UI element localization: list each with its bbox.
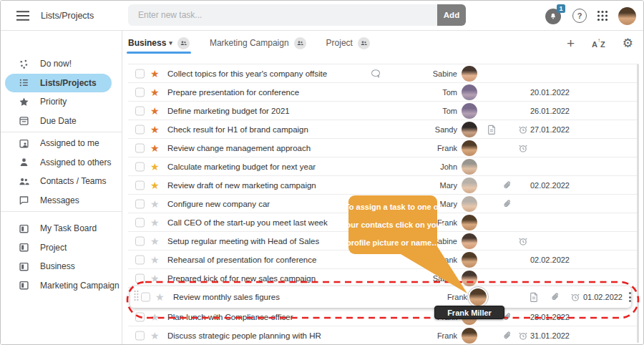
star-icon[interactable]: ★	[150, 87, 160, 97]
task-checkbox[interactable]	[135, 331, 145, 340]
star-icon[interactable]: ★	[150, 199, 160, 209]
new-task-input[interactable]	[128, 4, 437, 26]
add-list-icon[interactable]: +	[567, 37, 575, 50]
assignee-avatar[interactable]	[462, 271, 477, 286]
star-icon[interactable]: ★	[150, 180, 160, 190]
drag-handle-icon[interactable]	[134, 290, 139, 304]
assignee-name[interactable]: Frank	[400, 256, 457, 264]
star-icon[interactable]: ★	[150, 106, 160, 116]
task-checkbox[interactable]	[135, 69, 145, 78]
sidebar-item-assigned-to-others[interactable]: Assigned to others	[1, 153, 122, 172]
task-checkbox[interactable]	[135, 199, 145, 208]
task-title: Check result for H1 of brand campaign	[167, 125, 308, 134]
star-icon[interactable]: ★	[150, 255, 160, 265]
assignee-name[interactable]: Sabine	[400, 69, 457, 78]
sidebar-item-contacts-teams[interactable]: Contacts / Teams	[1, 172, 122, 191]
task-row[interactable]: ★ Prepared kick of for new sales campaig…	[128, 269, 638, 288]
task-row[interactable]: ★ Calculate marketing budget for next ye…	[128, 157, 638, 176]
assignee-avatar[interactable]	[462, 252, 477, 268]
task-checkbox[interactable]	[135, 218, 145, 227]
assignee-name[interactable]: Frank	[400, 331, 457, 340]
assignee-avatar[interactable]	[462, 122, 477, 137]
sidebar-item-lists-projects[interactable]: Lists/Projects	[5, 74, 112, 93]
assignee-avatar[interactable]	[462, 159, 477, 175]
assignee-avatar[interactable]	[462, 328, 477, 344]
assignee-avatar[interactable]	[462, 178, 477, 193]
tab-project[interactable]: Project	[326, 34, 370, 52]
task-checkbox[interactable]	[135, 255, 145, 264]
assignee-name[interactable]: Mary	[400, 181, 457, 190]
assignee-name[interactable]: Frank	[400, 144, 457, 152]
task-row[interactable]: ★ Check result for H1 of brand campaign …	[128, 120, 638, 139]
task-checkbox[interactable]	[135, 273, 145, 283]
sidebar-item-do-now-[interactable]: Do now!	[1, 54, 122, 74]
star-icon[interactable]: ★	[150, 69, 160, 79]
sidebar-item-due-date[interactable]: Due Date	[1, 112, 122, 131]
tab-label: Marketing Campaign	[210, 38, 289, 48]
star-icon[interactable]: ★	[150, 236, 160, 246]
assignee-name[interactable]: John	[400, 162, 457, 171]
profile-name-tooltip: Frank Miller	[434, 306, 504, 319]
task-row[interactable]: ★ Collect topics for this year's company…	[128, 64, 638, 83]
assignee-name[interactable]: Frank	[411, 293, 467, 301]
assignee-avatar[interactable]	[462, 196, 477, 212]
attachment-icon	[502, 331, 513, 341]
task-row[interactable]: ★ Plan lunch with Compliance officer Fra…	[128, 308, 638, 326]
task-checkbox[interactable]	[135, 180, 145, 190]
sidebar-item-business[interactable]: Business	[1, 257, 122, 276]
task-checkbox[interactable]	[135, 87, 145, 97]
tab-label: Business	[128, 38, 166, 48]
sidebar-item-marketing-campaign[interactable]: Marketing Campaign	[1, 276, 122, 296]
profile-avatar[interactable]	[618, 7, 636, 25]
assignee-name[interactable]: Sabine	[400, 274, 457, 283]
menu-icon[interactable]	[16, 11, 29, 24]
sidebar-item-priority[interactable]: Priority	[1, 92, 122, 112]
sidebar-item-project[interactable]: Project	[1, 238, 122, 258]
task-title: Plan lunch with Compliance officer	[167, 313, 293, 321]
settings-gear-icon[interactable]: ⚙	[623, 37, 633, 49]
star-icon[interactable]: ★	[150, 125, 160, 135]
task-row[interactable]: ★ Discuss strategic people planning with…	[128, 326, 638, 345]
assignee-avatar[interactable]	[462, 140, 477, 156]
row-menu-icon[interactable]	[627, 290, 633, 304]
star-icon[interactable]: ★	[150, 143, 160, 153]
assignee-avatar[interactable]	[462, 103, 477, 119]
task-row[interactable]: ★ Review change management approach Fran…	[128, 139, 638, 157]
task-row[interactable]: ★ Define marketing budget for 2021 Tom 2…	[128, 102, 638, 120]
assignee-avatar[interactable]	[469, 288, 487, 306]
assignee-name[interactable]: Sandy	[400, 125, 457, 134]
assignee-avatar[interactable]	[462, 215, 477, 230]
task-title: Prepare presentation for conference	[167, 88, 299, 97]
star-icon[interactable]: ★	[155, 292, 165, 302]
task-row[interactable]: ★ Prepare presentation for conference To…	[128, 83, 638, 102]
assignee-avatar[interactable]	[462, 233, 477, 249]
sort-az-icon[interactable]: A↑Z	[592, 37, 605, 49]
task-checkbox[interactable]	[135, 143, 145, 152]
task-card[interactable]: ★ Review monthly sales figures Frank 01.…	[130, 286, 631, 308]
apps-grid-icon[interactable]	[597, 10, 608, 21]
task-row[interactable]: ★ Review draft of new marketing campaign…	[128, 176, 638, 195]
tab-business[interactable]: Business ▾	[128, 34, 190, 52]
assignee-avatar[interactable]	[462, 84, 477, 100]
star-icon[interactable]: ★	[150, 331, 160, 341]
assignee-name[interactable]: Tom	[400, 107, 457, 115]
task-checkbox[interactable]	[135, 106, 145, 115]
sidebar-item-assigned-to-me[interactable]: Assigned to me	[1, 134, 122, 153]
task-checkbox[interactable]	[135, 312, 145, 321]
assignee-avatar[interactable]	[462, 66, 477, 82]
add-task-button[interactable]: Add	[437, 4, 466, 26]
star-icon[interactable]: ★	[150, 273, 160, 283]
task-checkbox[interactable]	[135, 162, 145, 171]
tab-marketing-campaign[interactable]: Marketing Campaign	[210, 34, 306, 52]
star-icon[interactable]: ★	[150, 218, 160, 228]
help-icon[interactable]: ?	[572, 9, 587, 23]
task-checkbox[interactable]	[135, 236, 145, 246]
sidebar-item-messages[interactable]: Messages	[1, 191, 122, 210]
sidebar-item-my-task-board[interactable]: My Task Board	[1, 219, 122, 238]
star-icon[interactable]: ★	[150, 162, 160, 172]
star-icon[interactable]: ★	[150, 312, 160, 322]
task-checkbox[interactable]	[141, 293, 150, 302]
assignee-name[interactable]: Tom	[400, 88, 457, 97]
scrollbar[interactable]	[637, 64, 639, 343]
task-checkbox[interactable]	[135, 125, 145, 134]
